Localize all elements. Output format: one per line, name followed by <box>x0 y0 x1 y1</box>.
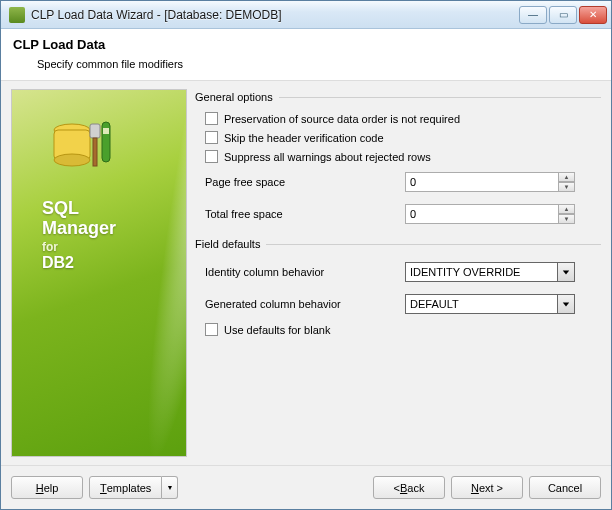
brand-line3: for <box>42 240 116 254</box>
total-free-space-label: Total free space <box>205 208 405 220</box>
back-button[interactable]: < Back <box>373 476 445 499</box>
field-defaults-label: Field defaults <box>195 238 260 250</box>
svg-rect-6 <box>103 128 109 134</box>
brand-line1: SQL <box>42 198 116 218</box>
next-button[interactable]: Next > <box>451 476 523 499</box>
preserve-order-checkbox[interactable]: Preservation of source data order is not… <box>205 112 601 125</box>
suppress-warnings-label: Suppress all warnings about rejected row… <box>224 151 431 163</box>
generated-behavior-value[interactable] <box>405 294 558 314</box>
close-button[interactable]: ✕ <box>579 6 607 24</box>
sql-tools-icon <box>50 116 120 186</box>
templates-dropdown-icon[interactable]: ▼ <box>162 476 178 499</box>
spinner-down-icon[interactable]: ▼ <box>559 182 575 192</box>
svg-rect-4 <box>93 138 97 166</box>
cancel-button[interactable]: Cancel <box>529 476 601 499</box>
dropdown-icon[interactable] <box>558 294 575 314</box>
generated-behavior-select[interactable] <box>405 294 575 314</box>
sidebar-brand: SQL Manager for DB2 <box>11 89 187 457</box>
use-defaults-label: Use defaults for blank <box>224 324 330 336</box>
spinner-down-icon[interactable]: ▼ <box>559 214 575 224</box>
skip-header-label: Skip the header verification code <box>224 132 384 144</box>
checkbox-icon <box>205 112 218 125</box>
templates-split-button[interactable]: Templates ▼ <box>89 476 178 499</box>
brand-line2: Manager <box>42 218 116 238</box>
identity-behavior-label: Identity column behavior <box>205 266 405 278</box>
svg-point-2 <box>54 154 90 166</box>
dropdown-icon[interactable] <box>558 262 575 282</box>
form-panel: General options Preservation of source d… <box>195 89 601 457</box>
svg-rect-3 <box>90 124 100 138</box>
svg-marker-8 <box>563 302 569 306</box>
spinner-up-icon[interactable]: ▲ <box>559 172 575 182</box>
checkbox-icon <box>205 150 218 163</box>
help-button[interactable]: Help <box>11 476 83 499</box>
general-options-label: General options <box>195 91 273 103</box>
wizard-footer: Help Templates ▼ < Back Next > Cancel <box>1 465 611 509</box>
use-defaults-checkbox[interactable]: Use defaults for blank <box>205 323 601 336</box>
page-title: CLP Load Data <box>13 37 599 52</box>
svg-marker-7 <box>563 270 569 274</box>
page-free-space-input[interactable] <box>405 172 559 192</box>
identity-behavior-select[interactable] <box>405 262 575 282</box>
general-options-group: General options <box>195 91 601 103</box>
window-title: CLP Load Data Wizard - [Database: DEMODB… <box>31 8 519 22</box>
maximize-button[interactable]: ▭ <box>549 6 577 24</box>
identity-behavior-value[interactable] <box>405 262 558 282</box>
field-defaults-group: Field defaults <box>195 238 601 250</box>
preserve-order-label: Preservation of source data order is not… <box>224 113 460 125</box>
total-free-space-spinner[interactable]: ▲ ▼ <box>405 204 575 224</box>
app-icon <box>9 7 25 23</box>
wizard-window: CLP Load Data Wizard - [Database: DEMODB… <box>0 0 612 510</box>
page-free-space-label: Page free space <box>205 176 405 188</box>
titlebar[interactable]: CLP Load Data Wizard - [Database: DEMODB… <box>1 1 611 29</box>
suppress-warnings-checkbox[interactable]: Suppress all warnings about rejected row… <box>205 150 601 163</box>
skip-header-checkbox[interactable]: Skip the header verification code <box>205 131 601 144</box>
brand-line4: DB2 <box>42 254 116 272</box>
templates-button[interactable]: Templates <box>89 476 162 499</box>
page-subtitle: Specify common file modifiers <box>37 58 599 70</box>
generated-behavior-label: Generated column behavior <box>205 298 405 310</box>
minimize-button[interactable]: — <box>519 6 547 24</box>
page-free-space-spinner[interactable]: ▲ ▼ <box>405 172 575 192</box>
wizard-header: CLP Load Data Specify common file modifi… <box>1 29 611 81</box>
checkbox-icon <box>205 131 218 144</box>
total-free-space-input[interactable] <box>405 204 559 224</box>
checkbox-icon <box>205 323 218 336</box>
spinner-up-icon[interactable]: ▲ <box>559 204 575 214</box>
